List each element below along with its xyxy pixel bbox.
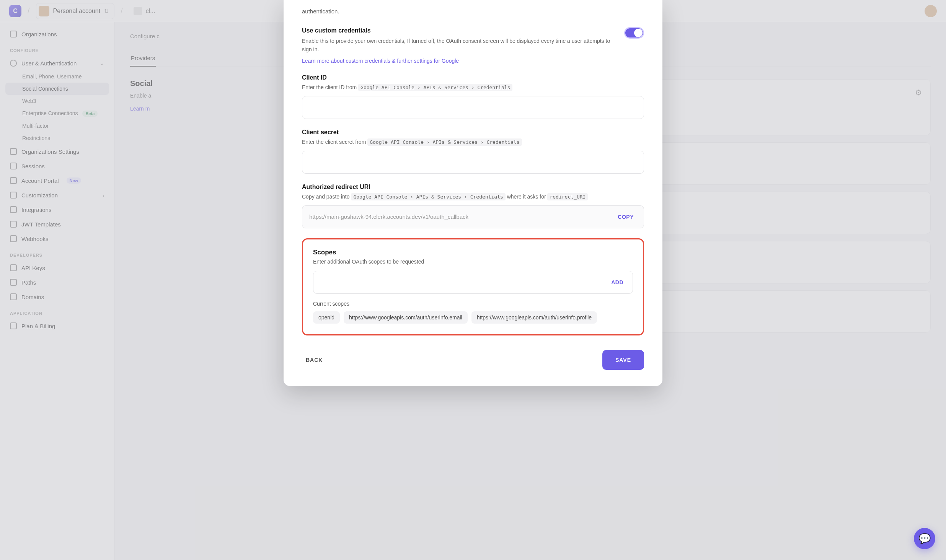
redirect-uri-label: Authorized redirect URI (302, 184, 644, 190)
scope-input-row: ADD (313, 271, 633, 294)
scopes-hint: Enter additional OAuth scopes to be requ… (313, 259, 633, 265)
client-id-hint: Enter the client ID from Google API Cons… (302, 83, 644, 91)
scope-chip[interactable]: openid (313, 311, 340, 324)
client-secret-field: Client secret Enter the client secret fr… (302, 129, 644, 174)
redirect-uri-readonly: https://main-goshawk-94.clerk.accounts.d… (302, 205, 644, 228)
scopes-title: Scopes (313, 249, 633, 256)
scope-chip[interactable]: https://www.googleapis.com/auth/userinfo… (471, 311, 597, 324)
client-id-input[interactable] (302, 96, 644, 119)
copy-button[interactable]: COPY (610, 208, 641, 226)
custom-credentials-desc: Enable this to provide your own credenti… (302, 37, 615, 54)
client-id-field: Client ID Enter the client ID from Googl… (302, 74, 644, 119)
modal-overlay: authentication. Use custom credentials E… (0, 0, 946, 560)
back-button[interactable]: BACK (302, 351, 326, 369)
scope-input[interactable] (320, 271, 604, 293)
save-button[interactable]: SAVE (602, 350, 644, 370)
client-id-label: Client ID (302, 74, 644, 81)
redirect-uri-value: https://main-goshawk-94.clerk.accounts.d… (309, 213, 468, 220)
current-scopes-label: Current scopes (313, 301, 633, 307)
scope-chips: openidhttps://www.googleapis.com/auth/us… (313, 311, 633, 324)
add-scope-button[interactable]: ADD (604, 274, 630, 291)
client-secret-label: Client secret (302, 129, 644, 136)
code-path: Google API Console › APIs & Services › C… (351, 193, 505, 200)
provider-config-modal: authentication. Use custom credentials E… (284, 0, 662, 386)
custom-credentials-title: Use custom credentials (302, 27, 615, 34)
client-secret-input[interactable] (302, 151, 644, 174)
modal-intro-tail: authentication. (302, 0, 644, 25)
scope-chip[interactable]: https://www.googleapis.com/auth/userinfo… (344, 311, 468, 324)
code-var: redirect_URI (547, 193, 588, 200)
chat-fab[interactable]: 💬 (914, 528, 935, 549)
scopes-section: Scopes Enter additional OAuth scopes to … (302, 238, 644, 335)
custom-credentials-link[interactable]: Learn more about custom credentials & fu… (302, 58, 459, 64)
code-path: Google API Console › APIs & Services › C… (358, 84, 512, 91)
redirect-uri-field: Authorized redirect URI Copy and paste i… (302, 184, 644, 228)
modal-actions: BACK SAVE (302, 347, 644, 370)
custom-credentials-toggle[interactable] (624, 27, 644, 39)
client-secret-hint: Enter the client secret from Google API … (302, 138, 644, 146)
redirect-uri-hint: Copy and paste into Google API Console ›… (302, 193, 644, 201)
code-path: Google API Console › APIs & Services › C… (367, 138, 522, 146)
chat-icon: 💬 (918, 533, 931, 545)
custom-credentials-row: Use custom credentials Enable this to pr… (302, 25, 644, 71)
